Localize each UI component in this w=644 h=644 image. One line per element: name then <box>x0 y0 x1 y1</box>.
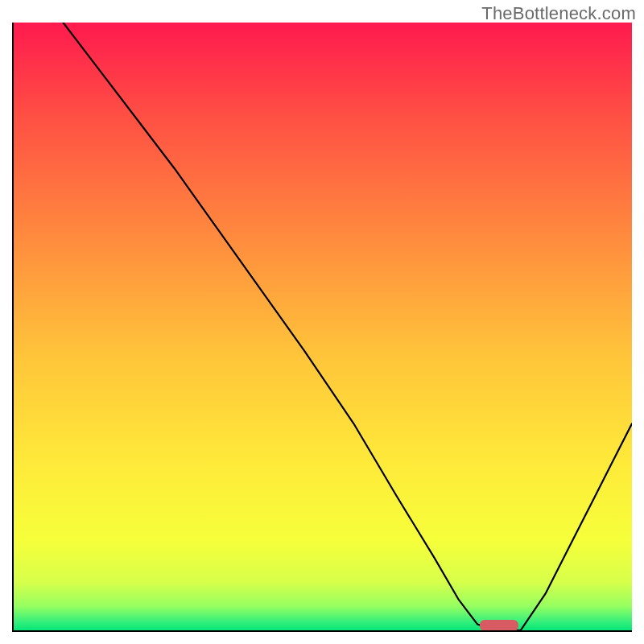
watermark-text: TheBottleneck.com <box>481 3 636 24</box>
optimal-marker <box>480 620 518 630</box>
plot-svg <box>14 23 632 630</box>
gradient-background <box>14 23 632 630</box>
chart-frame: TheBottleneck.com <box>0 0 644 644</box>
plot-area <box>12 23 632 632</box>
